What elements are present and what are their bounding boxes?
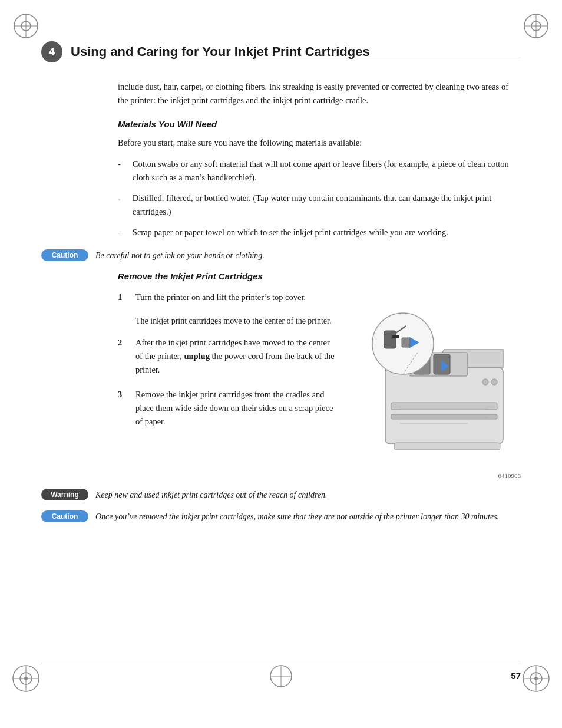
svg-rect-30	[384, 331, 396, 348]
list-item-text: Scrap paper or paper towel on which to s…	[133, 226, 448, 239]
top-divider	[41, 57, 521, 57]
step-number-3: 3	[118, 388, 127, 429]
steps-image-container: 1 Turn the printer on and lift the print…	[118, 291, 521, 479]
step-1: 1 Turn the printer on and lift the print…	[118, 291, 338, 304]
corner-mark-br	[522, 664, 550, 693]
step-3: 3 Remove the inkjet print cartridges fro…	[118, 388, 338, 429]
svg-rect-34	[402, 338, 410, 347]
step-number-2: 2	[118, 336, 127, 377]
chapter-number: 4	[41, 41, 62, 62]
list-item-text: Cotton swabs or any soft material that w…	[133, 157, 521, 185]
step-text-1: Turn the printer on and lift the printer…	[135, 291, 338, 304]
materials-heading: Materials You Will Need	[118, 119, 521, 129]
step-text-3: Remove the inkjet print cartridges from …	[135, 388, 338, 429]
caution-text-1: Be careful not to get ink on your hands …	[95, 249, 265, 262]
chapter-title: Using and Caring for Your Inkjet Print C…	[71, 44, 370, 60]
step-2: 2 After the inkjet print cartridges have…	[118, 336, 338, 377]
list-item: Distilled, filtered, or bottled water. (…	[118, 192, 521, 219]
warning-badge: Warning	[41, 489, 88, 500]
corner-mark-tl	[12, 12, 40, 40]
caution-text-2: Once you’ve removed the inkjet print car…	[95, 510, 499, 523]
caution-badge-1: Caution	[41, 249, 88, 261]
step-1-note: The inkjet print cartridges move to the …	[135, 315, 338, 328]
step-number-1: 1	[118, 291, 127, 304]
page: 4 Using and Caring for Your Inkjet Print…	[0, 0, 562, 728]
before-text: Before you start, make sure you have the…	[118, 136, 521, 150]
svg-point-41	[491, 379, 497, 385]
list-item-text: Distilled, filtered, or bottled water. (…	[133, 192, 521, 219]
step-2-bold: unplug	[184, 351, 210, 361]
caution-notice-2: Caution Once you’ve removed the inkjet p…	[41, 510, 521, 523]
warning-notice: Warning Keep new and used inkjet print c…	[41, 489, 521, 501]
main-content: include dust, hair, carpet, or clothing …	[118, 80, 521, 523]
list-item: Cotton swabs or any soft material that w…	[118, 157, 521, 185]
caution-notice-1: Caution Be careful not to get ink on you…	[41, 249, 521, 262]
step-text-2: After the inkjet print cartridges have m…	[135, 336, 338, 377]
chapter-header: 4 Using and Caring for Your Inkjet Print…	[41, 41, 521, 62]
figure-caption: 6410908	[350, 472, 521, 479]
corner-mark-bl	[12, 664, 40, 693]
svg-rect-31	[392, 335, 399, 338]
warning-text: Keep new and used inkjet print cartridge…	[95, 489, 328, 501]
printer-illustration: 6410908	[350, 291, 521, 479]
bottom-divider	[41, 663, 521, 663]
svg-rect-36	[394, 443, 500, 450]
center-bottom-mark	[269, 664, 293, 688]
printer-svg	[350, 291, 521, 467]
page-number: 57	[511, 671, 521, 681]
svg-point-40	[482, 379, 488, 385]
intro-paragraph: include dust, hair, carpet, or clothing …	[118, 80, 521, 107]
remove-section-heading: Remove the Inkjet Print Cartridges	[118, 271, 521, 281]
svg-rect-24	[391, 414, 497, 419]
steps-column: 1 Turn the printer on and lift the print…	[118, 291, 338, 440]
list-item: Scrap paper or paper towel on which to s…	[118, 226, 521, 239]
corner-mark-tr	[522, 12, 550, 40]
caution-badge-2: Caution	[41, 510, 88, 522]
materials-list: Cotton swabs or any soft material that w…	[118, 157, 521, 240]
